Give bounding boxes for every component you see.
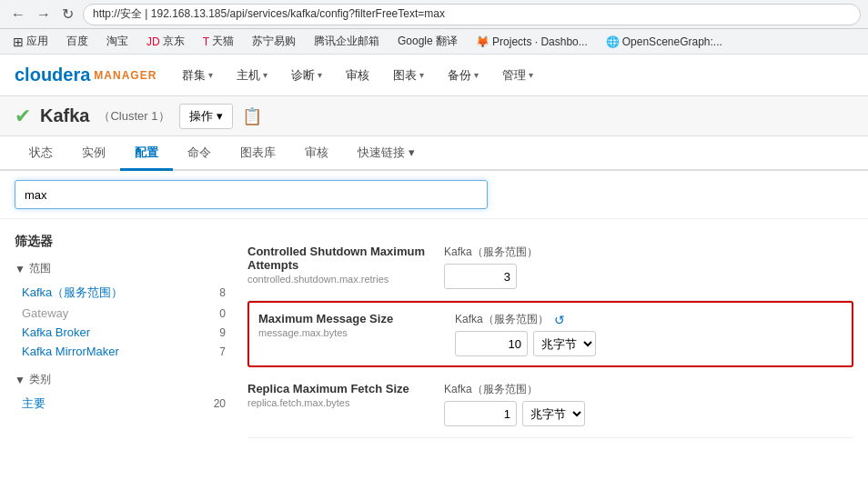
- bookmark-tianmao[interactable]: T 天猫: [197, 32, 239, 51]
- apps-icon: ⊞: [13, 35, 24, 49]
- reload-button[interactable]: ↻: [58, 4, 77, 25]
- bookmark-baidu[interactable]: 百度: [61, 32, 94, 51]
- sidebar-kafka-mirrormaker-count: 7: [219, 345, 226, 358]
- bookmark-jd-label: 京东: [163, 34, 185, 49]
- config-scope-controlled-shutdown: Kafka（服务范围）: [444, 245, 538, 260]
- bookmark-projects[interactable]: 🦊 Projects · Dashbo...: [470, 34, 593, 50]
- main-content: 筛选器 ▼ 范围 Kafka（服务范围） 8 Gateway 0 Kafka B…: [0, 219, 868, 453]
- sidebar: 筛选器 ▼ 范围 Kafka（服务范围） 8 Gateway 0 Kafka B…: [15, 234, 233, 438]
- bookmark-taobao-label: 淘宝: [106, 34, 128, 49]
- nav-diagnostics-arrow: ▾: [318, 70, 322, 80]
- sidebar-item-main[interactable]: 主要 20: [15, 393, 233, 415]
- bookmark-jd-icon: JD: [146, 35, 160, 48]
- bookmark-projects-icon: 🦊: [476, 35, 490, 48]
- sidebar-kafka-broker-label: Kafka Broker: [22, 325, 90, 339]
- nav-cluster-arrow: ▾: [208, 70, 213, 80]
- config-key-max-message-size: message.max.bytes: [258, 327, 440, 338]
- config-unit-max-message-size[interactable]: 字节 千字节 兆字节 吉字节: [533, 331, 596, 356]
- config-name-replica-fetch-size: Replica Maximum Fetch Size: [247, 382, 429, 395]
- config-input-replica-fetch-size[interactable]: [444, 401, 517, 426]
- config-scope-label-replica-fetch-size: Kafka（服务范围）: [444, 382, 538, 397]
- back-button[interactable]: ←: [7, 4, 29, 25]
- action-button[interactable]: 操作 ▾: [179, 104, 233, 129]
- config-key-replica-fetch-size: replica.fetch.max.bytes: [247, 397, 429, 408]
- bookmark-tencent[interactable]: 腾讯企业邮箱: [308, 32, 385, 51]
- action-dropdown-arrow: ▾: [217, 109, 223, 123]
- search-input[interactable]: [15, 180, 488, 209]
- nav-charts-label: 图表: [393, 67, 417, 84]
- logo-manager: MANAGER: [94, 69, 156, 82]
- bookmark-osg-label: OpenSceneGraph:...: [622, 35, 722, 48]
- nav-host[interactable]: 主机 ▾: [226, 62, 278, 89]
- nav-manage[interactable]: 管理 ▾: [491, 62, 544, 89]
- config-item-controlled-shutdown: Controlled Shutdown Maximum Attempts con…: [247, 234, 853, 301]
- config-content: Controlled Shutdown Maximum Attempts con…: [247, 234, 853, 438]
- nav-buttons[interactable]: ← → ↻: [7, 4, 77, 25]
- config-name-controlled-shutdown: Controlled Shutdown Maximum Attempts: [247, 245, 429, 272]
- quicklinks-arrow: ▾: [409, 145, 415, 159]
- bookmark-apps[interactable]: ⊞ 应用: [7, 32, 54, 51]
- sidebar-item-gateway[interactable]: Gateway 0: [15, 304, 233, 323]
- logo-cloudera: cloudera: [15, 65, 90, 85]
- sidebar-item-kafka-broker[interactable]: Kafka Broker 9: [15, 323, 233, 342]
- reset-icon-max-message-size[interactable]: ↺: [554, 313, 565, 327]
- bookmark-suning[interactable]: 苏宁易购: [247, 32, 301, 51]
- config-value-max-message-size[interactable]: 字节 千字节 兆字节 吉字节: [455, 331, 596, 356]
- tab-audit[interactable]: 审核: [290, 137, 343, 171]
- tabs-bar: 状态 实例 配置 命令 图表库 审核 快速链接 ▾: [0, 136, 868, 171]
- bookmark-osg[interactable]: 🌐 OpenSceneGraph:...: [601, 34, 728, 50]
- config-item-max-message-size: Maximum Message Size message.max.bytes K…: [247, 301, 853, 367]
- config-value-replica-fetch-size[interactable]: 字节 千字节 兆字节 吉字节: [444, 401, 585, 426]
- bookmark-apps-label: 应用: [26, 34, 48, 49]
- config-input-controlled-shutdown[interactable]: [444, 264, 517, 289]
- config-scope-label-controlled-shutdown: Kafka（服务范围）: [444, 245, 538, 260]
- scope-section: ▼ 范围 Kafka（服务范围） 8 Gateway 0 Kafka Broke…: [15, 261, 233, 361]
- category-collapse-icon: ▼: [15, 374, 25, 386]
- nav-audit-label: 审核: [346, 67, 369, 84]
- nav-host-label: 主机: [237, 67, 260, 84]
- forward-button[interactable]: →: [33, 4, 55, 25]
- config-scope-replica-fetch-size: Kafka（服务范围）: [444, 382, 585, 397]
- sidebar-item-kafka-mirrormaker[interactable]: Kafka MirrorMaker 7: [15, 342, 233, 361]
- config-scope-label-max-message-size: Kafka（服务范围）: [455, 312, 549, 327]
- tab-config[interactable]: 配置: [120, 137, 173, 171]
- config-scope-max-message-size: Kafka（服务范围） ↺: [455, 312, 596, 327]
- config-input-max-message-size[interactable]: [455, 331, 528, 356]
- bookmark-baidu-label: 百度: [66, 34, 88, 49]
- service-cluster: （Cluster 1）: [98, 108, 169, 125]
- nav-charts[interactable]: 图表 ▾: [382, 62, 435, 89]
- browser-toolbar: ← → ↻: [0, 0, 868, 29]
- service-header: ✔ Kafka （Cluster 1） 操作 ▾ 📋: [0, 96, 868, 136]
- bookmark-jd[interactable]: JD 京东: [141, 32, 190, 51]
- nav-diagnostics[interactable]: 诊断 ▾: [280, 62, 333, 89]
- bookmark-google[interactable]: Google 翻译: [392, 32, 463, 51]
- tab-charts[interactable]: 图表库: [226, 137, 290, 171]
- bookmark-taobao[interactable]: 淘宝: [101, 32, 134, 51]
- tab-instances[interactable]: 实例: [67, 137, 120, 171]
- sidebar-kafka-mirrormaker-label: Kafka MirrorMaker: [22, 345, 119, 358]
- bookmark-tencent-label: 腾讯企业邮箱: [314, 34, 379, 49]
- main-nav: 群集 ▾ 主机 ▾ 诊断 ▾ 审核 图表 ▾ 备份 ▾ 管理 ▾: [171, 62, 544, 89]
- config-unit-replica-fetch-size[interactable]: 字节 千字节 兆字节 吉字节: [522, 401, 585, 426]
- nav-cluster[interactable]: 群集 ▾: [171, 62, 224, 89]
- action-button-label: 操作: [189, 108, 213, 125]
- config-info-max-message-size: Maximum Message Size message.max.bytes: [258, 312, 440, 338]
- category-section-title: ▼ 类别: [15, 372, 233, 387]
- tab-status[interactable]: 状态: [15, 137, 67, 171]
- nav-backup[interactable]: 备份 ▾: [437, 62, 490, 89]
- sidebar-gateway-count: 0: [219, 307, 226, 320]
- nav-diagnostics-label: 诊断: [291, 67, 315, 84]
- tab-commands[interactable]: 命令: [173, 137, 226, 171]
- bookmarks-bar: ⊞ 应用 百度 淘宝 JD 京东 T 天猫 苏宁易购 腾讯企业邮箱 Google…: [0, 29, 868, 55]
- nav-cluster-label: 群集: [182, 67, 206, 84]
- nav-audit[interactable]: 审核: [335, 62, 380, 89]
- cm-logo: cloudera MANAGER: [15, 65, 156, 85]
- scope-section-title: ▼ 范围: [15, 261, 233, 276]
- search-bar: [0, 171, 868, 219]
- tab-quicklinks[interactable]: 快速链接 ▾: [343, 137, 429, 171]
- sidebar-item-kafka-service[interactable]: Kafka（服务范围） 8: [15, 282, 233, 304]
- config-key-controlled-shutdown: controlled.shutdown.max.retries: [247, 274, 429, 285]
- config-value-controlled-shutdown[interactable]: [444, 264, 538, 289]
- address-bar[interactable]: [83, 4, 861, 25]
- service-report-button[interactable]: 📋: [242, 106, 262, 126]
